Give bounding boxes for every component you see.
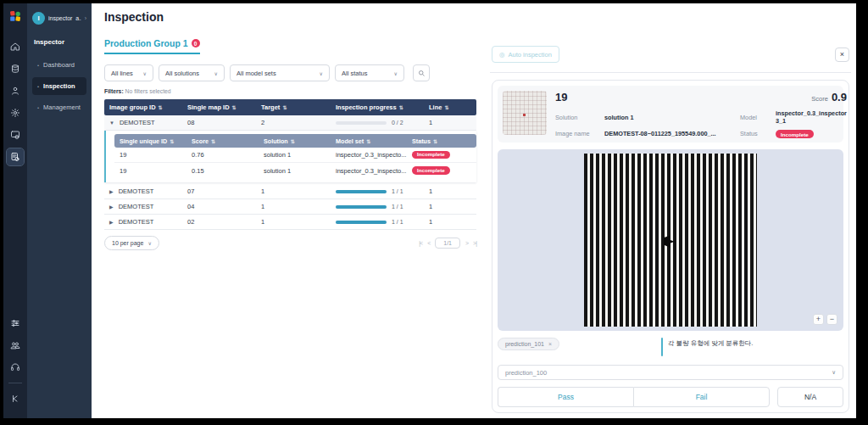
caret-right-icon[interactable]: ▶	[109, 219, 114, 225]
display-settings-icon[interactable]	[7, 126, 24, 143]
model-sets-filter-select[interactable]: All model sets∨	[230, 64, 330, 81]
sort-icon[interactable]: ⇅	[444, 104, 448, 110]
detail-title: 19	[555, 91, 567, 103]
sort-icon[interactable]: ⇅	[433, 138, 437, 144]
image-name-value: DEMOTEST-08~011225_195549.000_...	[604, 130, 740, 137]
table-row-expanded[interactable]: ▼DEMOTEST 08 2 0 / 2 1	[104, 115, 476, 131]
headset-icon[interactable]	[7, 359, 24, 376]
sub-table-row[interactable]: 19 0.76 solution 1 inspector_0.3_inspect…	[114, 148, 476, 163]
map-id: 02	[182, 218, 256, 226]
line: 1	[424, 119, 476, 126]
prediction-class-select[interactable]: prediction_100 ∨	[498, 365, 843, 380]
prev-page-button[interactable]: <	[427, 240, 430, 246]
map-id: 07	[182, 187, 256, 195]
column-header[interactable]: Image group ID	[109, 103, 156, 111]
table-row[interactable]: ▶DEMOTEST 07 1 1 / 1 1	[104, 184, 476, 199]
next-page-button[interactable]: >	[465, 240, 468, 246]
caret-right-icon[interactable]: ▶	[109, 204, 114, 210]
close-icon[interactable]: ×	[548, 341, 552, 347]
table-row[interactable]: ▶DEMOTEST 04 1 1 / 1 1	[104, 199, 476, 215]
sub-column-header[interactable]: Single unique ID	[120, 137, 167, 145]
caret-right-icon[interactable]: ▶	[109, 188, 114, 194]
target: 1	[256, 218, 331, 226]
sort-icon[interactable]: ⇅	[399, 104, 403, 110]
zoom-in-button[interactable]: +	[813, 314, 824, 325]
sliders-icon[interactable]	[7, 315, 24, 332]
sort-icon[interactable]: ⇅	[366, 138, 370, 144]
pass-button[interactable]: Pass	[498, 387, 633, 407]
column-header[interactable]: Line	[429, 103, 442, 111]
zoom-out-button[interactable]: −	[826, 314, 837, 325]
tab-production-group-1[interactable]: Production Group 1 0	[104, 38, 200, 54]
fail-button[interactable]: Fail	[633, 387, 770, 407]
target: 2	[256, 119, 331, 126]
model-set: inspector_0.3_inspecto...	[331, 167, 407, 175]
image-viewer[interactable]: + −	[498, 149, 843, 331]
column-header[interactable]: Target	[261, 103, 280, 111]
gear-icon[interactable]	[7, 104, 24, 121]
main-content: Inspection Production Group 1 0 All line…	[92, 3, 856, 418]
home-icon[interactable]	[7, 38, 24, 55]
sub-column-header[interactable]: Solution	[264, 137, 288, 145]
defect-marker	[523, 114, 526, 116]
detail-card: 19 Score 0.9 Solution solution 1 Model i…	[492, 80, 849, 413]
caret-down-icon[interactable]: ▼	[109, 120, 114, 126]
sub-column-header[interactable]: Status	[412, 137, 431, 145]
detail-panel: ◎ Auto inspection × 19 Score 0.9	[481, 3, 856, 418]
sub-column-header[interactable]: Model set	[336, 137, 364, 145]
sort-icon[interactable]: ⇅	[159, 104, 163, 110]
close-panel-button[interactable]: ×	[835, 48, 849, 62]
progress-bar	[336, 190, 387, 193]
sidebar-item-inspection[interactable]: • Inspection	[32, 77, 86, 95]
user-model-icon[interactable]	[7, 82, 24, 99]
solutions-filter-select[interactable]: All solutions∨	[159, 64, 225, 81]
inspection-tool-icon[interactable]	[7, 148, 24, 165]
sub-table-row[interactable]: 19 0.15 solution 1 inspector_0.3_inspect…	[114, 163, 476, 178]
note-accent-bar	[661, 338, 663, 356]
sub-column-header[interactable]: Score	[192, 137, 209, 145]
status-badge: Incomplete	[412, 166, 450, 174]
lines-filter-select[interactable]: All lines∨	[104, 64, 153, 81]
detail-fields: Solution solution 1 Model inspector_0.3_…	[555, 109, 847, 137]
last-page-button[interactable]: >|	[473, 240, 476, 246]
per-page-select[interactable]: 10 per page ∨	[104, 236, 159, 250]
unique-id: 19	[114, 167, 186, 175]
classification-note: 각 불량 유형에 맞게 분류한다.	[661, 338, 843, 356]
status-badge: Incomplete	[412, 151, 450, 159]
na-button[interactable]: N/A	[777, 387, 843, 407]
progress-bar	[336, 205, 387, 209]
team-icon[interactable]	[7, 337, 24, 354]
sidebar-item-dashboard[interactable]: • Dashboard	[32, 56, 86, 74]
tab-badge: 0	[192, 39, 200, 48]
solution: solution 1	[259, 167, 331, 175]
progress-text: 0 / 2	[387, 120, 424, 126]
sort-icon[interactable]: ⇅	[232, 104, 236, 110]
table-row[interactable]: ▶DEMOTEST 02 1 1 / 1 1	[104, 215, 476, 230]
column-header[interactable]: Single map ID	[187, 103, 230, 111]
search-button[interactable]	[413, 64, 430, 81]
target: 1	[256, 203, 331, 210]
user-account[interactable]: I inspector_a... ›	[32, 12, 86, 25]
sort-icon[interactable]: ⇅	[291, 138, 295, 144]
database-icon[interactable]	[7, 60, 24, 77]
collapse-sidebar-icon[interactable]	[7, 390, 24, 407]
filters-summary-label: Filters:	[104, 88, 124, 94]
sort-icon[interactable]: ⇅	[211, 138, 215, 144]
column-header[interactable]: Inspection progress	[336, 103, 397, 111]
prediction-chip[interactable]: prediction_101 ×	[498, 338, 559, 350]
sort-icon[interactable]: ⇅	[170, 138, 174, 144]
sidebar-item-management[interactable]: • Management	[32, 98, 86, 116]
app-logo-icon	[9, 10, 21, 22]
auto-inspection-button[interactable]: ◎ Auto inspection	[492, 46, 559, 63]
line: 1	[424, 203, 476, 210]
judgement-buttons: Pass Fail N/A	[498, 387, 843, 407]
sort-icon[interactable]: ⇅	[282, 104, 287, 110]
tab-label: Production Group 1	[104, 38, 188, 48]
expanded-sub-table: Single unique ID⇅ Score⇅ Solution⇅ Model…	[104, 131, 476, 182]
image-thumbnail[interactable]	[503, 91, 547, 135]
progress-bar	[336, 121, 387, 125]
first-page-button[interactable]: |<	[419, 240, 422, 246]
status-filter-select[interactable]: All status∨	[335, 64, 404, 81]
divider	[490, 72, 851, 73]
solution-value: solution 1	[604, 114, 740, 121]
